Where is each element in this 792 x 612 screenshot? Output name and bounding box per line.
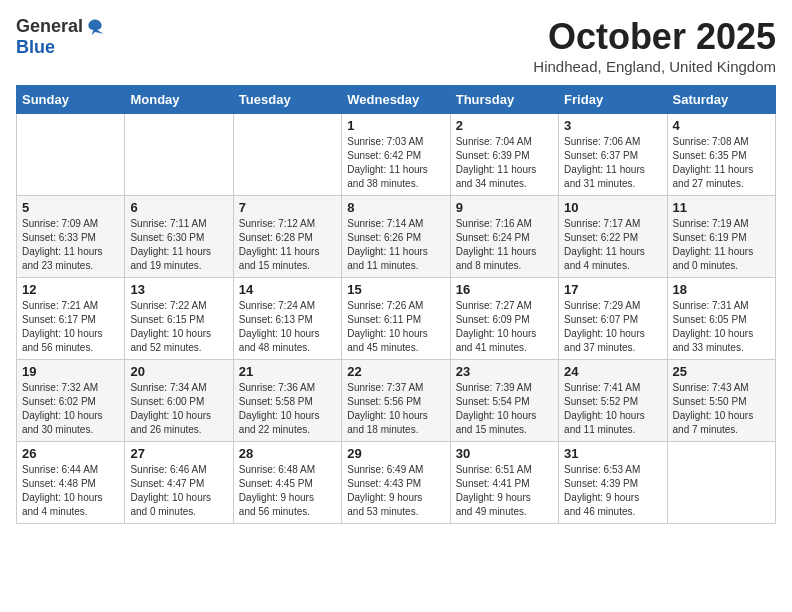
calendar-cell [125,114,233,196]
location: Hindhead, England, United Kingdom [533,58,776,75]
day-number: 25 [673,364,770,379]
calendar-cell: 2Sunrise: 7:04 AM Sunset: 6:39 PM Daylig… [450,114,558,196]
calendar-week-2: 5Sunrise: 7:09 AM Sunset: 6:33 PM Daylig… [17,196,776,278]
calendar-cell: 13Sunrise: 7:22 AM Sunset: 6:15 PM Dayli… [125,278,233,360]
day-info: Sunrise: 7:41 AM Sunset: 5:52 PM Dayligh… [564,381,661,437]
day-info: Sunrise: 7:12 AM Sunset: 6:28 PM Dayligh… [239,217,336,273]
calendar-cell [233,114,341,196]
calendar-cell: 23Sunrise: 7:39 AM Sunset: 5:54 PM Dayli… [450,360,558,442]
day-info: Sunrise: 7:19 AM Sunset: 6:19 PM Dayligh… [673,217,770,273]
calendar-cell: 11Sunrise: 7:19 AM Sunset: 6:19 PM Dayli… [667,196,775,278]
col-wednesday: Wednesday [342,86,450,114]
day-info: Sunrise: 6:53 AM Sunset: 4:39 PM Dayligh… [564,463,661,519]
calendar-week-1: 1Sunrise: 7:03 AM Sunset: 6:42 PM Daylig… [17,114,776,196]
calendar-cell: 15Sunrise: 7:26 AM Sunset: 6:11 PM Dayli… [342,278,450,360]
day-number: 7 [239,200,336,215]
calendar-cell: 27Sunrise: 6:46 AM Sunset: 4:47 PM Dayli… [125,442,233,524]
calendar-cell [667,442,775,524]
day-number: 29 [347,446,444,461]
calendar-cell: 9Sunrise: 7:16 AM Sunset: 6:24 PM Daylig… [450,196,558,278]
calendar-cell: 21Sunrise: 7:36 AM Sunset: 5:58 PM Dayli… [233,360,341,442]
calendar-cell [17,114,125,196]
day-number: 22 [347,364,444,379]
day-number: 21 [239,364,336,379]
calendar-week-4: 19Sunrise: 7:32 AM Sunset: 6:02 PM Dayli… [17,360,776,442]
calendar-cell: 4Sunrise: 7:08 AM Sunset: 6:35 PM Daylig… [667,114,775,196]
calendar-cell: 12Sunrise: 7:21 AM Sunset: 6:17 PM Dayli… [17,278,125,360]
day-info: Sunrise: 7:26 AM Sunset: 6:11 PM Dayligh… [347,299,444,355]
day-number: 30 [456,446,553,461]
logo-general-text: General [16,16,83,37]
day-info: Sunrise: 7:31 AM Sunset: 6:05 PM Dayligh… [673,299,770,355]
calendar-table: Sunday Monday Tuesday Wednesday Thursday… [16,85,776,524]
calendar-cell: 14Sunrise: 7:24 AM Sunset: 6:13 PM Dayli… [233,278,341,360]
calendar-cell: 29Sunrise: 6:49 AM Sunset: 4:43 PM Dayli… [342,442,450,524]
calendar-cell: 6Sunrise: 7:11 AM Sunset: 6:30 PM Daylig… [125,196,233,278]
day-info: Sunrise: 7:43 AM Sunset: 5:50 PM Dayligh… [673,381,770,437]
logo-bird-icon [85,17,105,37]
col-thursday: Thursday [450,86,558,114]
day-number: 19 [22,364,119,379]
day-number: 28 [239,446,336,461]
day-info: Sunrise: 7:34 AM Sunset: 6:00 PM Dayligh… [130,381,227,437]
day-number: 5 [22,200,119,215]
day-info: Sunrise: 7:16 AM Sunset: 6:24 PM Dayligh… [456,217,553,273]
day-info: Sunrise: 7:29 AM Sunset: 6:07 PM Dayligh… [564,299,661,355]
day-number: 27 [130,446,227,461]
calendar-cell: 31Sunrise: 6:53 AM Sunset: 4:39 PM Dayli… [559,442,667,524]
day-info: Sunrise: 6:44 AM Sunset: 4:48 PM Dayligh… [22,463,119,519]
day-info: Sunrise: 7:24 AM Sunset: 6:13 PM Dayligh… [239,299,336,355]
calendar-cell: 25Sunrise: 7:43 AM Sunset: 5:50 PM Dayli… [667,360,775,442]
day-number: 18 [673,282,770,297]
day-number: 17 [564,282,661,297]
calendar-week-5: 26Sunrise: 6:44 AM Sunset: 4:48 PM Dayli… [17,442,776,524]
col-saturday: Saturday [667,86,775,114]
day-info: Sunrise: 7:36 AM Sunset: 5:58 PM Dayligh… [239,381,336,437]
day-number: 8 [347,200,444,215]
day-number: 11 [673,200,770,215]
calendar-cell: 5Sunrise: 7:09 AM Sunset: 6:33 PM Daylig… [17,196,125,278]
day-info: Sunrise: 7:03 AM Sunset: 6:42 PM Dayligh… [347,135,444,191]
col-tuesday: Tuesday [233,86,341,114]
month-title: October 2025 [533,16,776,58]
day-info: Sunrise: 7:06 AM Sunset: 6:37 PM Dayligh… [564,135,661,191]
day-number: 14 [239,282,336,297]
col-monday: Monday [125,86,233,114]
calendar-header-row: Sunday Monday Tuesday Wednesday Thursday… [17,86,776,114]
col-friday: Friday [559,86,667,114]
day-number: 26 [22,446,119,461]
calendar-cell: 7Sunrise: 7:12 AM Sunset: 6:28 PM Daylig… [233,196,341,278]
day-number: 4 [673,118,770,133]
day-number: 13 [130,282,227,297]
day-info: Sunrise: 7:22 AM Sunset: 6:15 PM Dayligh… [130,299,227,355]
calendar-cell: 18Sunrise: 7:31 AM Sunset: 6:05 PM Dayli… [667,278,775,360]
day-number: 9 [456,200,553,215]
calendar-cell: 30Sunrise: 6:51 AM Sunset: 4:41 PM Dayli… [450,442,558,524]
day-number: 2 [456,118,553,133]
calendar-cell: 24Sunrise: 7:41 AM Sunset: 5:52 PM Dayli… [559,360,667,442]
calendar-cell: 16Sunrise: 7:27 AM Sunset: 6:09 PM Dayli… [450,278,558,360]
calendar-cell: 17Sunrise: 7:29 AM Sunset: 6:07 PM Dayli… [559,278,667,360]
calendar-cell: 20Sunrise: 7:34 AM Sunset: 6:00 PM Dayli… [125,360,233,442]
day-number: 10 [564,200,661,215]
calendar-cell: 26Sunrise: 6:44 AM Sunset: 4:48 PM Dayli… [17,442,125,524]
day-number: 3 [564,118,661,133]
day-info: Sunrise: 7:11 AM Sunset: 6:30 PM Dayligh… [130,217,227,273]
day-info: Sunrise: 7:32 AM Sunset: 6:02 PM Dayligh… [22,381,119,437]
day-info: Sunrise: 7:14 AM Sunset: 6:26 PM Dayligh… [347,217,444,273]
day-info: Sunrise: 7:09 AM Sunset: 6:33 PM Dayligh… [22,217,119,273]
day-info: Sunrise: 7:08 AM Sunset: 6:35 PM Dayligh… [673,135,770,191]
day-info: Sunrise: 6:46 AM Sunset: 4:47 PM Dayligh… [130,463,227,519]
day-number: 16 [456,282,553,297]
calendar-cell: 28Sunrise: 6:48 AM Sunset: 4:45 PM Dayli… [233,442,341,524]
day-number: 15 [347,282,444,297]
day-number: 20 [130,364,227,379]
page-header: General Blue October 2025 Hindhead, Engl… [16,16,776,75]
calendar-cell: 1Sunrise: 7:03 AM Sunset: 6:42 PM Daylig… [342,114,450,196]
calendar-cell: 8Sunrise: 7:14 AM Sunset: 6:26 PM Daylig… [342,196,450,278]
day-number: 6 [130,200,227,215]
day-info: Sunrise: 7:37 AM Sunset: 5:56 PM Dayligh… [347,381,444,437]
logo: General Blue [16,16,105,58]
day-info: Sunrise: 7:04 AM Sunset: 6:39 PM Dayligh… [456,135,553,191]
title-block: October 2025 Hindhead, England, United K… [533,16,776,75]
